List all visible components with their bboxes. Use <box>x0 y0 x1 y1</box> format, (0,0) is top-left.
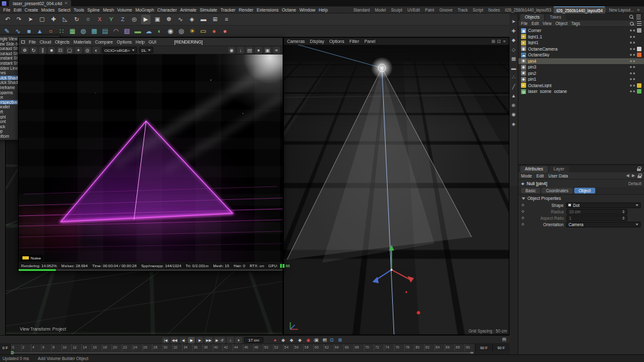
menu-item[interactable]: Create <box>24 8 38 12</box>
object-manager-menu-item[interactable]: Object <box>556 21 568 26</box>
object-name[interactable]: OctaneSky <box>528 53 627 57</box>
next-frame-button[interactable]: ▶▶ <box>204 337 212 343</box>
camera-icon[interactable]: ◉ <box>166 27 175 36</box>
layout-tab[interactable]: Groove <box>437 6 456 13</box>
ruler-tick[interactable]: 70 <box>364 344 374 351</box>
viewport-solo-icon[interactable]: ◉ <box>510 111 517 118</box>
octane-menu-item[interactable]: Materials <box>74 40 92 44</box>
stepper-icon[interactable] <box>622 217 625 220</box>
undo-icon[interactable]: ↶ <box>3 15 12 24</box>
ruler-tick[interactable]: 14 <box>81 344 92 351</box>
object-name[interactable]: pin1 <box>528 77 627 81</box>
snap-enable-icon[interactable]: ◈ <box>510 120 517 128</box>
white-balance-picker-icon[interactable]: ◐ <box>93 47 100 54</box>
axis-z-lock-button[interactable]: Z <box>118 15 128 24</box>
object-name[interactable]: pin4 <box>528 59 627 63</box>
timeline-scale-field[interactable]: 17 cm <box>244 337 263 343</box>
visibility-dots[interactable] <box>629 54 635 56</box>
ruler-tick[interactable]: 88 <box>454 344 465 351</box>
rectangle-selection-icon[interactable]: ▢ <box>37 15 47 24</box>
viewport-menu-item[interactable]: Display <box>310 39 324 44</box>
ruler-tick[interactable]: 62 <box>324 344 334 351</box>
move-axes-icon[interactable]: ✚ <box>510 28 517 35</box>
record-position-button[interactable]: ◆ <box>280 337 286 343</box>
object-name[interactable]: light1 <box>528 40 627 45</box>
keyframe-dot-icon[interactable] <box>522 217 524 219</box>
ruler-tick[interactable]: 80 <box>414 344 424 351</box>
ruler-tick[interactable]: 84 <box>434 344 445 351</box>
ruler-tick[interactable]: 54 <box>283 344 293 351</box>
ruler-ticks[interactable]: 0246810121416182022242628303234363840424… <box>11 344 475 351</box>
render-view-button[interactable]: ▶ <box>141 15 151 24</box>
texture-mode-icon[interactable]: ▦ <box>510 55 517 62</box>
object-name[interactable]: light1.1 <box>528 35 627 39</box>
octane-menu-item[interactable]: Compare <box>95 40 113 44</box>
object-tag-icon[interactable] <box>637 89 641 94</box>
ruler-tick[interactable]: 44 <box>233 344 243 351</box>
octane-menu-item[interactable]: GUI <box>149 40 156 44</box>
ruler-tick[interactable]: 34 <box>182 344 192 351</box>
object-manager-menu-item[interactable]: Tags <box>571 21 580 26</box>
menu-item[interactable]: Select <box>58 8 70 12</box>
ruler-tick[interactable]: 28 <box>152 344 162 351</box>
octane-render-view[interactable]: Noise <box>19 54 283 262</box>
scale-tool-icon[interactable]: ◺ <box>60 15 70 24</box>
object-tag-icon[interactable] <box>637 35 641 39</box>
object-row[interactable]: ▣ Corner <box>518 28 644 34</box>
orientation-dropdown[interactable]: Camera <box>566 222 641 227</box>
ruler-tick[interactable]: 76 <box>394 344 404 351</box>
object-properties-header[interactable]: Object Properties <box>518 195 644 202</box>
lock-icon[interactable] <box>638 174 641 178</box>
ruler-tick[interactable]: 74 <box>384 344 394 351</box>
object-row[interactable]: ☀ OctaneLight <box>518 83 644 89</box>
octane-menu-item[interactable]: File <box>29 40 36 44</box>
viewport-menu-item[interactable]: Options <box>329 39 344 44</box>
layout-tab[interactable]: il26_2560b1440_layout53 <box>502 6 554 13</box>
record-rotation-button[interactable]: ◆ <box>297 337 303 343</box>
object-tag-icon[interactable] <box>637 71 641 76</box>
axis-y-lock-button[interactable]: Y <box>106 15 116 24</box>
menu-item[interactable]: Help <box>318 8 327 12</box>
move-tool-icon[interactable]: ✚ <box>49 15 58 24</box>
last-tool-icon[interactable]: ○ <box>83 15 93 24</box>
range-track[interactable] <box>11 352 474 354</box>
play-button[interactable]: ▶ <box>188 337 195 343</box>
ruler-tick[interactable]: 12 <box>71 344 81 351</box>
bend-deformer-icon[interactable]: ◠ <box>111 27 120 36</box>
ruler-tick[interactable]: 0 <box>11 344 21 351</box>
layout-tab[interactable]: UVEdit <box>405 6 423 13</box>
sky-icon[interactable]: ☁ <box>144 27 153 36</box>
history-forward-icon[interactable]: ▶ <box>632 173 635 178</box>
visibility-dots[interactable] <box>629 42 635 44</box>
timeline-document-icon[interactable]: ▤ <box>502 337 506 342</box>
viewport-menu-item[interactable]: Cameras <box>287 39 305 44</box>
tab-layer[interactable]: Layer <box>549 166 569 172</box>
viewport-scene[interactable]: Grid Spacing : 50 cm <box>284 45 509 335</box>
tab-attributes[interactable]: Attributes <box>520 166 548 172</box>
filter-icon[interactable] <box>637 21 641 26</box>
autokeying-button[interactable]: ◉ <box>305 337 311 343</box>
layout-tab[interactable]: Standard <box>351 6 372 13</box>
menu-item[interactable]: MoGraph <box>135 8 154 12</box>
framerate-menu-button[interactable]: ▾ <box>235 337 242 343</box>
range-handle-right[interactable] <box>470 352 474 354</box>
render-settings-button[interactable]: ☸ <box>164 15 174 24</box>
ruler-tick[interactable]: 66 <box>343 344 354 351</box>
object-row[interactable]: ✚ pin1 <box>518 76 644 83</box>
camera-lock-icon[interactable]: ◉ <box>228 47 235 54</box>
target-camera-icon[interactable]: ◎ <box>177 27 186 36</box>
ruler-tick[interactable]: 26 <box>142 344 153 351</box>
rotate-tool-icon[interactable]: ↻ <box>72 15 81 24</box>
stage-icon[interactable]: ◐ <box>155 27 164 36</box>
octane-menu-item[interactable]: Help <box>136 40 145 44</box>
document-tab[interactable]: laser_present02_004.c4d × <box>9 0 71 6</box>
menu-item[interactable]: Window <box>299 8 315 12</box>
ruler-tick[interactable]: 50 <box>263 344 273 351</box>
layout-tab[interactable]: il26_2560b1440_layout54 <box>554 6 605 13</box>
menu-item[interactable]: Volume <box>117 8 132 12</box>
quantize-icon[interactable]: ≡ <box>222 15 231 24</box>
keyframe-dot-icon[interactable] <box>522 223 524 226</box>
ruler-tick[interactable]: 22 <box>122 344 132 351</box>
object-tag-icon[interactable] <box>637 59 641 63</box>
visibility-dots[interactable] <box>629 78 635 80</box>
